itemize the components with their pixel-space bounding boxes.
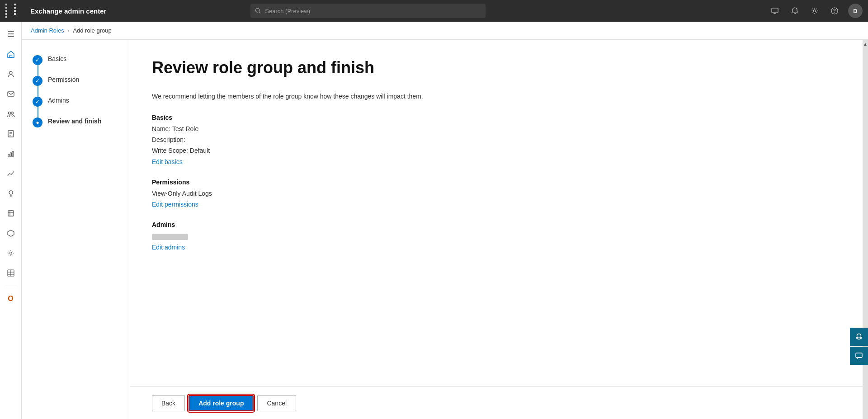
- admins-section: Admins Edit admins: [152, 221, 841, 251]
- edit-permissions-link[interactable]: Edit permissions: [152, 201, 198, 208]
- svg-point-5: [813, 10, 816, 12]
- sidebar-bulb[interactable]: [2, 184, 20, 202]
- description-label: Description:: [152, 136, 185, 143]
- step-circle-review: ●: [33, 118, 42, 127]
- avatar[interactable]: D: [848, 4, 863, 18]
- step-basics: ✓ Basics: [33, 54, 119, 75]
- recommend-text: We recommend letting the members of the …: [152, 92, 423, 101]
- search-icon: [255, 8, 261, 14]
- breadcrumb-separator: ›: [68, 28, 70, 33]
- svg-point-27: [9, 252, 12, 254]
- svg-point-0: [256, 8, 260, 12]
- app-title: Exchange admin center: [30, 7, 106, 15]
- edit-admins-link[interactable]: Edit admins: [152, 244, 185, 251]
- svg-point-20: [9, 191, 13, 194]
- step-circle-basics: ✓: [33, 55, 42, 65]
- svg-point-32: [857, 334, 861, 338]
- sidebar-reports[interactable]: [2, 125, 20, 143]
- top-nav-icons: D: [769, 4, 863, 18]
- add-role-group-button[interactable]: Add role group: [189, 395, 254, 411]
- help-icon[interactable]: [828, 5, 841, 17]
- svg-point-9: [9, 71, 12, 74]
- sidebar-divider: [5, 286, 17, 286]
- svg-rect-2: [772, 8, 778, 13]
- basics-details: Name: Test Role Description: Write Scope…: [152, 124, 841, 156]
- sidebar-topology[interactable]: [2, 224, 20, 242]
- main-layout: ☰: [0, 22, 868, 419]
- svg-rect-28: [8, 270, 14, 276]
- sidebar-home[interactable]: [2, 45, 20, 63]
- scroll-up-arrow[interactable]: ▲: [863, 42, 868, 47]
- write-scope-label: Write Scope:: [152, 147, 188, 154]
- breadcrumb-parent[interactable]: Admin Roles: [31, 27, 64, 34]
- page-container: ✓ Basics ✓ Permission ✓ Admins ● Review …: [22, 40, 868, 419]
- sidebar-hamburger[interactable]: ☰: [2, 25, 20, 43]
- sidebar-gear[interactable]: [2, 244, 20, 262]
- sidebar-person[interactable]: [2, 65, 20, 83]
- permissions-heading: Permissions: [152, 179, 841, 186]
- search-input[interactable]: [265, 8, 481, 14]
- settings-icon[interactable]: [808, 5, 821, 17]
- admins-heading: Admins: [152, 221, 841, 228]
- step-review: ● Review and finish: [33, 117, 119, 137]
- search-bar[interactable]: [250, 4, 486, 18]
- edit-basics-link[interactable]: Edit basics: [152, 158, 183, 165]
- sidebar-table[interactable]: [2, 264, 20, 282]
- sidebar-trends[interactable]: [2, 165, 20, 183]
- step-label-permission: Permission: [48, 75, 79, 96]
- permissions-section: Permissions View-Only Audit Logs Edit pe…: [152, 179, 841, 209]
- name-label: Name:: [152, 125, 170, 132]
- basics-section: Basics Name: Test Role Description: Writ…: [152, 114, 841, 165]
- back-button[interactable]: Back: [152, 395, 185, 411]
- step-permission: ✓ Permission: [33, 75, 119, 96]
- sidebar-mail[interactable]: [2, 85, 20, 103]
- step-label-admins: Admins: [48, 96, 69, 117]
- step-circle-permission: ✓: [33, 76, 42, 86]
- form-area: Review role group and finish We recommen…: [130, 40, 863, 386]
- write-scope-value: Default: [190, 147, 210, 154]
- cancel-button[interactable]: Cancel: [257, 395, 296, 411]
- svg-point-12: [11, 112, 13, 114]
- sidebar-office[interactable]: O: [2, 290, 20, 308]
- admin-redacted: [152, 234, 188, 240]
- svg-rect-18: [10, 153, 11, 156]
- step-circle-admins: ✓: [33, 97, 42, 107]
- sidebar: ☰: [0, 22, 22, 419]
- breadcrumb: Admin Roles › Add role group: [22, 22, 868, 40]
- svg-rect-8: [9, 55, 12, 57]
- sidebar-compliance[interactable]: [2, 204, 20, 222]
- step-admins: ✓ Admins: [33, 96, 119, 117]
- page-heading: Review role group and finish: [152, 58, 841, 77]
- chat-button[interactable]: [850, 347, 868, 365]
- steps-panel: ✓ Basics ✓ Permission ✓ Admins ● Review …: [22, 40, 130, 419]
- svg-point-11: [8, 112, 10, 114]
- breadcrumb-current: Add role group: [73, 27, 111, 34]
- svg-point-7: [834, 12, 835, 13]
- bell-icon[interactable]: [788, 5, 801, 17]
- monitor-icon[interactable]: [769, 5, 781, 17]
- sidebar-chart[interactable]: [2, 145, 20, 163]
- permissions-value: View-Only Audit Logs: [152, 188, 841, 199]
- right-float-buttons: [850, 328, 868, 365]
- name-value: Test Role: [172, 125, 198, 132]
- footer-buttons: Back Add role group Cancel: [130, 386, 863, 419]
- content-area: Admin Roles › Add role group ✓ Basics ✓ …: [22, 22, 868, 419]
- step-label-review: Review and finish: [48, 117, 101, 137]
- svg-rect-10: [8, 92, 14, 96]
- step-label-basics: Basics: [48, 54, 66, 75]
- svg-marker-26: [8, 230, 14, 236]
- headset-button[interactable]: [850, 328, 868, 346]
- svg-rect-17: [8, 154, 9, 156]
- svg-line-1: [259, 12, 260, 13]
- admins-value: [152, 231, 841, 242]
- sidebar-groups[interactable]: [2, 105, 20, 123]
- app-grid-icon[interactable]: [5, 4, 21, 18]
- svg-rect-23: [8, 211, 14, 216]
- top-navigation: Exchange admin center D: [0, 0, 868, 22]
- svg-rect-19: [12, 151, 14, 156]
- basics-heading: Basics: [152, 114, 841, 121]
- svg-rect-35: [856, 353, 862, 358]
